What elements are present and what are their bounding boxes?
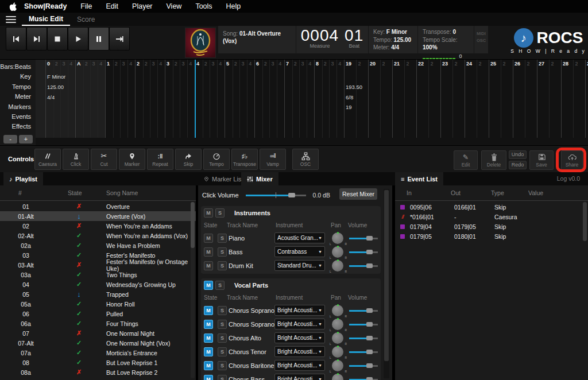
volume-slider[interactable] xyxy=(349,350,378,354)
stop-button[interactable] xyxy=(47,27,68,51)
track-solo-button[interactable]: S xyxy=(218,320,227,329)
group-solo-button[interactable]: S xyxy=(215,208,225,218)
click-volume-slider[interactable] xyxy=(246,192,306,198)
timeline-bar-23[interactable]: 232 xyxy=(440,60,465,138)
skip-to-start-button[interactable] xyxy=(6,27,26,51)
pan-knob-dial[interactable] xyxy=(332,260,343,272)
timeline-bar-20[interactable]: 202 xyxy=(368,60,392,138)
volume-handle[interactable] xyxy=(366,322,373,327)
pan-knob[interactable]: LR xyxy=(330,259,347,273)
pan-knob[interactable]: LR xyxy=(330,373,347,380)
menu-item-help[interactable]: Help xyxy=(226,2,241,10)
track-mute-button[interactable]: M xyxy=(204,320,213,329)
group-mute-button[interactable]: M xyxy=(204,208,213,218)
track-mute-button[interactable]: M xyxy=(204,234,213,243)
tab-playlist[interactable]: ♪ Playlist xyxy=(3,172,43,185)
save-button[interactable]: Save xyxy=(529,150,554,170)
playhead[interactable] xyxy=(195,60,196,138)
timeline-bar-25[interactable]: 252 xyxy=(489,60,513,138)
pan-knob-dial[interactable] xyxy=(332,374,343,380)
timeline-bar-28[interactable]: 282 xyxy=(561,60,585,138)
tool-caesura-button[interactable]: Caesura xyxy=(34,149,61,170)
pan-knob[interactable]: LR xyxy=(330,332,347,345)
tool-cut-button[interactable]: ✂Cut xyxy=(91,149,117,170)
zoom-out-button[interactable]: - xyxy=(3,135,17,144)
track-mute-button[interactable]: M xyxy=(204,347,213,356)
track-mute-button[interactable]: M xyxy=(204,361,213,370)
track-solo-button[interactable]: S xyxy=(218,361,227,370)
playlist-row[interactable]: 04✓Wednesday's Growing Up xyxy=(0,280,196,289)
playlist-row[interactable]: 02a✓We Have a Problem xyxy=(0,241,196,250)
menu-item-view[interactable]: View xyxy=(167,2,182,10)
playlist-row[interactable]: 06✓Pulled xyxy=(0,309,196,319)
volume-slider[interactable] xyxy=(349,377,378,380)
volume-handle[interactable] xyxy=(366,236,373,241)
track-solo-button[interactable]: S xyxy=(218,261,227,270)
timeline-bar-A[interactable]: A234 xyxy=(75,60,105,138)
volume-slider[interactable] xyxy=(349,336,378,340)
pan-knob-dial[interactable] xyxy=(332,305,343,316)
track-mute-button[interactable]: M xyxy=(204,306,213,315)
volume-slider[interactable] xyxy=(349,322,378,327)
volume-slider[interactable] xyxy=(349,250,378,254)
playlist-row[interactable]: 01✗Overture xyxy=(0,201,196,211)
event-row[interactable]: //*0166|01-Caesura xyxy=(395,212,588,222)
instrument-dropdown[interactable]: Bright Acousti...▼ xyxy=(274,332,325,343)
timeline-bar-22[interactable]: 222 xyxy=(416,60,440,138)
playlist-row[interactable]: 03a✓Two Things xyxy=(0,270,196,280)
track-mute-button[interactable]: M xyxy=(204,375,213,380)
instrument-dropdown[interactable]: Standard Dru...▼ xyxy=(274,260,325,271)
playlist-row[interactable]: 07a✓Morticia's Entrance xyxy=(0,348,196,358)
skip-forward-button[interactable] xyxy=(26,27,47,51)
track-solo-button[interactable]: S xyxy=(218,347,227,356)
tool-tempo-button[interactable]: Tempo xyxy=(203,149,230,170)
track-solo-button[interactable]: S xyxy=(218,234,227,243)
timeline-bar-6[interactable]: 6234 xyxy=(254,60,284,138)
pause-button[interactable] xyxy=(88,27,109,51)
timeline-ruler[interactable]: 0234A23412342234323442345234623472348234… xyxy=(36,60,588,138)
pan-knob[interactable]: LR xyxy=(330,346,347,359)
instrument-dropdown[interactable]: Bright Acousti...▼ xyxy=(274,305,325,316)
share-button[interactable]: Share xyxy=(561,150,583,170)
volume-handle[interactable] xyxy=(366,377,373,380)
volume-handle[interactable] xyxy=(366,336,373,340)
tool-transpose-button[interactable]: ♯♭Transpose xyxy=(231,149,258,170)
event-row[interactable]: 0179|040179|05Skip xyxy=(395,222,588,231)
playlist-row[interactable]: 02✗When You're an Addams xyxy=(0,221,196,231)
event-scrollbar[interactable] xyxy=(583,202,587,378)
pan-knob-dial[interactable] xyxy=(332,232,343,244)
timeline-bar-2[interactable]: 2234 xyxy=(135,60,165,138)
volume-handle[interactable] xyxy=(366,250,373,254)
group-mute-button[interactable]: M xyxy=(204,281,213,290)
playlist-row[interactable]: 02-Alt✓When You're an Addams (Vox) xyxy=(0,231,196,241)
group-solo-button[interactable]: S xyxy=(215,281,225,290)
menu-item-file[interactable]: File xyxy=(80,2,92,10)
timeline-bar-1[interactable]: 1234 xyxy=(105,60,135,138)
timeline-bar-26[interactable]: 262 xyxy=(513,60,537,138)
menu-item-player[interactable]: Player xyxy=(132,2,152,10)
app-name[interactable]: Show|Ready xyxy=(24,2,67,10)
instrument-dropdown[interactable]: Bright Acousti...▼ xyxy=(274,346,325,357)
hamburger-menu-icon[interactable] xyxy=(6,16,16,26)
pan-knob[interactable]: LR xyxy=(330,304,347,317)
menu-item-tools[interactable]: Tools xyxy=(195,2,212,10)
tab-event-list[interactable]: ≡ Event List xyxy=(395,172,443,185)
mixer-scrollbar[interactable] xyxy=(384,189,389,378)
instrument-dropdown[interactable]: Bright Acousti...▼ xyxy=(274,319,325,329)
tool-click-button[interactable]: Click xyxy=(63,149,89,170)
volume-slider[interactable] xyxy=(349,263,378,268)
timeline-bar-21[interactable]: 212 xyxy=(392,60,416,138)
tab-score[interactable]: Score xyxy=(70,13,102,26)
timeline-bar-29[interactable]: 292 xyxy=(585,60,588,138)
event-row[interactable]: 0095|060166|01Skip xyxy=(395,202,588,212)
instrument-dropdown[interactable]: Bright Acousti...▼ xyxy=(274,360,325,371)
playlist-row[interactable]: 08✓But Love Reprise 1 xyxy=(0,358,196,367)
timeline-bar-3[interactable]: 3234 xyxy=(165,60,195,138)
volume-handle[interactable] xyxy=(366,308,373,313)
tool-vamp-button[interactable]: ∞‖Vamp xyxy=(260,149,286,170)
pan-knob[interactable]: LR xyxy=(330,318,347,331)
track-mute-button[interactable]: M xyxy=(204,334,213,343)
event-scrollbar-thumb[interactable] xyxy=(583,202,587,241)
tool-osc-button[interactable]: OSC xyxy=(292,149,319,170)
jump-to-end-button[interactable] xyxy=(109,27,130,51)
